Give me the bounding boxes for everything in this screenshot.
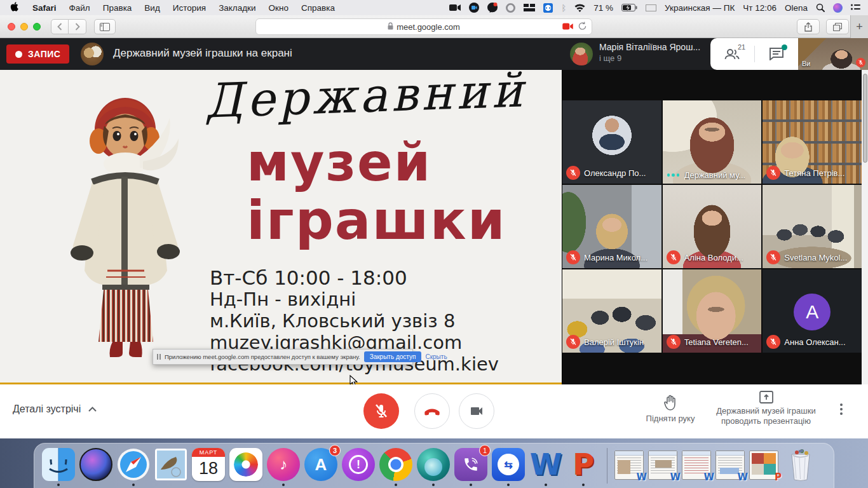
running-indicator xyxy=(470,484,472,486)
siri-icon[interactable] xyxy=(833,3,843,13)
calendar-month: МАРТ xyxy=(192,448,225,457)
trash-icon[interactable] xyxy=(787,448,820,481)
camera-toggle-button[interactable] xyxy=(459,393,494,429)
people-button[interactable]: 21 xyxy=(721,43,743,65)
participant-tile[interactable]: Марина Микол... xyxy=(562,185,661,268)
bluetooth-status-icon[interactable]: ᛒ xyxy=(561,0,566,15)
scrollbar[interactable] xyxy=(862,70,868,384)
participant-name: Державний му... xyxy=(684,170,746,180)
spotlight-search-icon[interactable] xyxy=(816,0,825,15)
wifi-status-icon[interactable] xyxy=(574,0,585,15)
participant-tile[interactable]: Tetiana Vereten... xyxy=(663,269,762,353)
viber-icon[interactable]: 1 xyxy=(454,448,487,481)
teamviewer-icon[interactable]: ⇆ xyxy=(492,448,525,481)
viber-phone-icon xyxy=(463,456,479,473)
tab-overview-button[interactable] xyxy=(826,19,849,34)
raise-hand-button[interactable]: Підняти руку xyxy=(639,395,702,423)
participant-preview-more: і ще 9 xyxy=(599,53,700,63)
leave-call-button[interactable] xyxy=(414,393,450,429)
participant-tile[interactable]: Аліна Володи... xyxy=(663,185,762,268)
keyboard-status-icon[interactable] xyxy=(524,0,535,15)
viber-status-icon[interactable] xyxy=(487,0,498,15)
mail-icon[interactable] xyxy=(154,448,187,481)
mic-muted-icon xyxy=(667,250,681,264)
word-icon[interactable]: W xyxy=(529,448,562,481)
presenting-status[interactable]: Державний музей іграшки проводить презен… xyxy=(710,391,822,426)
finder-icon[interactable] xyxy=(42,448,75,481)
music-note: ♪ xyxy=(280,456,287,473)
running-indicator xyxy=(545,484,547,486)
minimize-window-button[interactable] xyxy=(20,23,28,30)
meet-status-icon[interactable] xyxy=(469,0,479,15)
menu-history[interactable]: История xyxy=(166,0,212,15)
safari-icon[interactable] xyxy=(117,448,150,481)
menu-edit[interactable]: Правка xyxy=(97,0,139,15)
menu-help[interactable]: Справка xyxy=(295,0,341,15)
participant-tile[interactable]: Svetlana Mykol... xyxy=(763,185,862,268)
minimized-word-window[interactable]: W xyxy=(648,451,677,480)
macos-menubar: Safari Файл Правка Вид История Закладки … xyxy=(0,0,868,15)
sidebar-button[interactable] xyxy=(94,19,116,34)
user-name[interactable]: Olena xyxy=(785,0,808,15)
address-bar[interactable]: meet.google.com xyxy=(255,18,592,35)
participant-name: Tetiana Vereten... xyxy=(684,337,749,347)
participant-tile[interactable]: Олександр По... xyxy=(562,100,661,184)
mic-off-icon xyxy=(374,403,389,419)
input-language-label[interactable]: Украинская — ПК xyxy=(665,0,735,15)
chrome-icon[interactable] xyxy=(379,448,412,481)
siri-icon[interactable] xyxy=(79,448,112,481)
participant-name: Аліна Володи... xyxy=(684,253,743,262)
webex-icon[interactable] xyxy=(417,448,450,481)
menu-bookmarks[interactable]: Закладки xyxy=(212,0,262,15)
forward-button[interactable] xyxy=(69,19,86,34)
teamviewer-status-icon[interactable] xyxy=(543,0,553,15)
notification-center-icon[interactable] xyxy=(851,0,860,15)
camera-status-icon[interactable] xyxy=(449,0,461,15)
input-language-flag-icon[interactable] xyxy=(646,4,656,11)
scrollbar-thumb[interactable] xyxy=(863,74,867,163)
share-button[interactable] xyxy=(797,19,820,34)
more-options-button[interactable] xyxy=(840,403,843,415)
new-tab-button[interactable]: + xyxy=(850,15,868,38)
minimized-word-window[interactable]: W xyxy=(682,451,711,480)
self-view-tile[interactable]: Ви xyxy=(798,38,868,70)
music-icon[interactable]: ♪ xyxy=(267,448,300,481)
participant-tile[interactable]: Валерій Іштукін xyxy=(562,269,661,353)
zoom-window-button[interactable] xyxy=(33,23,41,30)
menu-safari[interactable]: Safari xyxy=(26,0,63,15)
mic-muted-icon xyxy=(566,250,580,264)
powerpoint-icon[interactable]: P xyxy=(567,448,600,481)
opera-status-icon[interactable] xyxy=(506,0,515,15)
presenting-line2: проводить презентацію xyxy=(710,416,822,426)
minimized-powerpoint-window[interactable]: P xyxy=(749,451,778,480)
minimized-word-window[interactable]: W xyxy=(715,451,745,480)
mute-microphone-button[interactable] xyxy=(363,393,399,429)
menu-view[interactable]: Вид xyxy=(138,0,166,15)
meet-top-panel: 21 xyxy=(710,38,798,70)
reload-button[interactable] xyxy=(578,22,587,32)
tab-camera-indicator-icon[interactable] xyxy=(562,22,573,32)
calendar-icon[interactable]: МАРТ 18 xyxy=(192,448,225,481)
participant-tile[interactable]: A Анна Олексан... xyxy=(763,269,862,353)
participant-preview[interactable]: Марія Віталіївна Ярош... і ще 9 xyxy=(599,42,700,63)
photos-icon[interactable] xyxy=(229,448,262,481)
menubar-clock[interactable]: Чт 12:06 xyxy=(743,0,776,15)
appstore-icon[interactable]: A 3 xyxy=(304,448,337,481)
stop-sharing-button[interactable]: Закрыть доступ xyxy=(364,351,422,362)
participant-name: Анна Олексан... xyxy=(784,337,845,347)
close-window-button[interactable] xyxy=(8,23,15,30)
meet-bottom-bar: Деталі зустрічі Підняти руку Державний м… xyxy=(0,384,868,438)
participant-tile[interactable]: Тетяна Петрів... xyxy=(763,100,862,184)
apple-menu[interactable] xyxy=(0,0,26,15)
dock-divider xyxy=(607,448,607,484)
menu-window[interactable]: Окно xyxy=(262,0,295,15)
back-button[interactable] xyxy=(51,19,69,34)
screen-share-notification: Приложению meet.google.com предоставлен … xyxy=(153,349,413,365)
chat-button[interactable] xyxy=(766,43,787,65)
alert-app-icon[interactable]: ! xyxy=(342,448,375,481)
minimized-word-window[interactable]: W xyxy=(614,451,644,480)
participant-tile[interactable]: Державний му... xyxy=(663,100,762,184)
meeting-details-button[interactable]: Деталі зустрічі xyxy=(13,403,97,415)
hide-notification-link[interactable]: Скрыть xyxy=(425,353,447,360)
menu-file[interactable]: Файл xyxy=(63,0,97,15)
